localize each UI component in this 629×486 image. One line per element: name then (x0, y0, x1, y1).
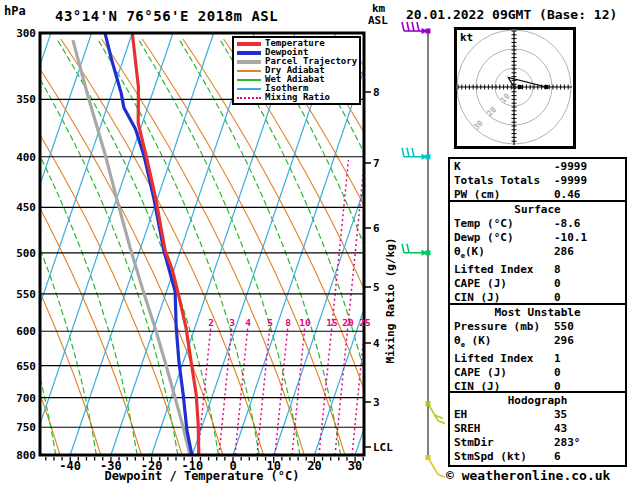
info-box-title: Hodograph (450, 394, 625, 408)
info-box-most-unstable: Most UnstablePressure (mb)550θe (K)296Li… (448, 303, 627, 397)
mixing-ratio-tick-label: 25 (359, 317, 371, 328)
info-row-label: CAPE (J) (454, 277, 554, 291)
info-row-label: StmSpd (kt) (454, 450, 554, 464)
pressure-tick-label: 300 (16, 27, 36, 40)
info-row: StmSpd (kt)6 (450, 450, 625, 464)
wind-barb (402, 22, 431, 34)
info-row: Lifted Index8 (450, 263, 625, 277)
mixing-ratio-tick-label: 4 (245, 317, 251, 328)
info-box-title: Most Unstable (450, 306, 625, 320)
info-row-label: Totals Totals (454, 174, 554, 188)
pressure-tick-label: 550 (16, 288, 36, 301)
lcl-label: LCL (373, 441, 393, 454)
mixing-ratio-axis-title: Mixing Ratio (g/kg) (384, 231, 397, 371)
info-row-value: 8 (554, 263, 621, 277)
mixing-ratio-tick-label: 15 (326, 317, 338, 328)
info-row-label: K (454, 160, 554, 174)
pressure-tick-label: 600 (16, 325, 36, 338)
series-parcel-trajectory (73, 40, 190, 455)
info-row-value: 296 (554, 334, 621, 352)
info-row-value: 283° (554, 436, 621, 450)
station-title: 43°14'N 76°56'E 2018m ASL (55, 8, 278, 24)
pressure-tick-label: 450 (16, 201, 36, 214)
info-row-value: 35 (554, 408, 621, 422)
info-row-value: -9999 (554, 160, 621, 174)
pressure-tick-label: 400 (16, 151, 36, 164)
info-row: θe(K)286 (450, 245, 625, 263)
info-row-label: CAPE (J) (454, 366, 554, 380)
info-row-label: Temp (°C) (454, 217, 554, 231)
info-row-value: 1 (554, 352, 621, 366)
legend-swatch (237, 79, 261, 81)
info-row: Pressure (mb)550 (450, 320, 625, 334)
legend-swatch (237, 70, 261, 72)
info-row-label: StmDir (454, 436, 554, 450)
wind-barb (402, 244, 431, 256)
legend-item-label: Mixing Ratio (265, 93, 330, 102)
km-tick-label: 6 (373, 222, 380, 235)
pressure-tick-label: 800 (16, 449, 36, 462)
info-row: Dewp (°C)-10.1 (450, 231, 625, 245)
legend-item: Mixing Ratio (234, 93, 359, 102)
hodograph-marker (544, 85, 548, 89)
wind-barb (402, 148, 431, 160)
info-row-value: 550 (554, 320, 621, 334)
sounding-screenshot: 300350400450500550600650700750800-40-30-… (0, 0, 629, 486)
mixing-ratio-tick-label: 10 (299, 317, 311, 328)
km-tick-label: 3 (373, 396, 380, 409)
wind-barb (426, 455, 446, 478)
info-box-surface: SurfaceTemp (°C)-8.6Dewp (°C)-10.1θe(K)2… (448, 200, 627, 308)
km-tick-label: 4 (373, 337, 380, 350)
info-row-label: Lifted Index (454, 352, 554, 366)
info-row-value: -9999 (554, 174, 621, 188)
pressure-axis-unit: hPa (4, 4, 26, 18)
skewt-chart: 300350400450500550600650700750800-40-30-… (0, 0, 445, 486)
info-row-value: 6 (554, 450, 621, 464)
legend-swatch (237, 42, 261, 46)
info-row: CAPE (J)0 (450, 277, 625, 291)
info-row: Lifted Index1 (450, 352, 625, 366)
legend-swatch (237, 97, 261, 99)
info-row-value: 0 (554, 366, 621, 380)
info-row-value: 43 (554, 422, 621, 436)
pressure-tick-label: 750 (16, 421, 36, 434)
pressure-tick-label: 500 (16, 247, 36, 260)
km-tick-label: 8 (373, 86, 380, 99)
km-tick-label: 5 (373, 281, 380, 294)
info-row: CAPE (J)0 (450, 366, 625, 380)
info-row-label: θe(K) (454, 245, 554, 263)
info-box-hodograph: HodographEH35SREH43StmDir283°StmSpd (kt)… (448, 391, 627, 467)
info-row: EH35 (450, 408, 625, 422)
info-row: Totals Totals-9999 (450, 174, 625, 188)
hodograph-unit-label: kt (460, 31, 473, 44)
copyright: © weatheronline.co.uk (446, 468, 610, 483)
info-row-value: 0 (554, 277, 621, 291)
legend-swatch (237, 51, 261, 55)
pressure-tick-label: 650 (16, 360, 36, 373)
hodograph: 102030 (454, 27, 576, 149)
datetime-label: 20.01.2022 09GMT (Base: 12) (406, 7, 617, 22)
mixing-ratio-tick-label: 20 (342, 317, 354, 328)
pressure-tick-label: 350 (16, 93, 36, 106)
info-row: θe (K)296 (450, 334, 625, 352)
info-row: SREH43 (450, 422, 625, 436)
info-row-value: -10.1 (554, 231, 621, 245)
mixing-ratio-tick-label: 3 (229, 317, 235, 328)
info-box: K-9999Totals Totals-9999PW (cm)0.46 (448, 157, 627, 205)
mixing-ratio-tick-label: 5 (267, 317, 273, 328)
info-row-value: 286 (554, 245, 621, 263)
pressure-tick-label: 700 (16, 392, 36, 405)
info-row-label: SREH (454, 422, 554, 436)
info-row: StmDir283° (450, 436, 625, 450)
info-row-label: Lifted Index (454, 263, 554, 277)
info-row-label: EH (454, 408, 554, 422)
km-tick-label: 7 (373, 157, 380, 170)
legend-swatch (237, 88, 261, 90)
legend-swatch (237, 60, 261, 64)
info-row-label: Dewp (°C) (454, 231, 554, 245)
info-row: K-9999 (450, 160, 625, 174)
info-row: Temp (°C)-8.6 (450, 217, 625, 231)
mixing-ratio-tick-label: 2 (208, 317, 214, 328)
info-row-label: Pressure (mb) (454, 320, 554, 334)
info-row-value: -8.6 (554, 217, 621, 231)
